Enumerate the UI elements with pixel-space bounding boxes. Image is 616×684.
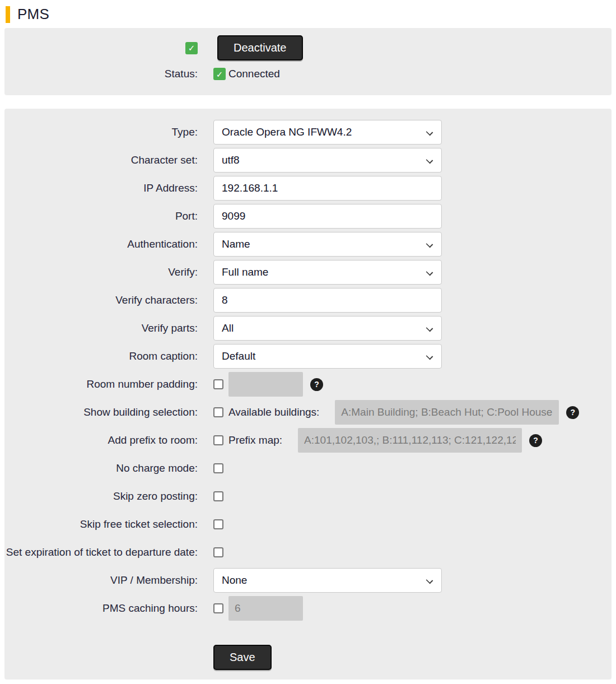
vip-membership-selected-value: None: [222, 574, 247, 587]
chevron-down-icon: [426, 129, 433, 136]
add-prefix-to-room-checkbox[interactable]: [213, 435, 223, 445]
ip-input[interactable]: [213, 176, 442, 201]
verify-characters-label: Verify characters:: [115, 294, 198, 306]
show-building-selection-label: Show building selection:: [83, 406, 198, 418]
expiration-departure-label: Set expiration of ticket to departure da…: [6, 546, 198, 559]
skip-free-ticket-selection-checkbox[interactable]: [213, 519, 223, 529]
verify-parts-select[interactable]: All: [213, 316, 442, 341]
room-number-padding-checkbox[interactable]: [213, 379, 223, 389]
verify-select[interactable]: Full name: [213, 260, 442, 285]
pms-settings-panel: Type: Oracle Opera NG IFWW4.2 Character …: [4, 109, 612, 680]
deactivate-button[interactable]: Deactivate: [217, 35, 303, 61]
help-icon[interactable]: ?: [310, 378, 323, 391]
no-charge-mode-label: No charge mode:: [116, 462, 198, 474]
room-caption-label: Room caption:: [129, 350, 198, 362]
pms-caching-hours-label: PMS caching hours:: [102, 602, 198, 615]
authentication-select[interactable]: Name: [213, 232, 442, 257]
status-connected-checkbox: ✓: [213, 68, 226, 80]
skip-zero-posting-checkbox[interactable]: [213, 491, 223, 501]
authentication-selected-value: Name: [222, 238, 250, 250]
authentication-label: Authentication:: [127, 238, 198, 250]
page-header: PMS: [6, 6, 612, 23]
verify-parts-selected-value: All: [222, 322, 234, 334]
chevron-down-icon: [426, 241, 433, 248]
page-title: PMS: [17, 6, 49, 23]
status-panel: ✓ Deactivate Status: ✓ Connected: [4, 28, 612, 95]
room-caption-select[interactable]: Default: [213, 344, 442, 369]
save-button[interactable]: Save: [213, 645, 272, 670]
room-caption-selected-value: Default: [222, 350, 255, 362]
prefix-map-label: Prefix map:: [228, 434, 282, 446]
help-icon[interactable]: ?: [566, 406, 579, 419]
charset-label: Character set:: [131, 153, 198, 166]
type-label: Type:: [172, 125, 198, 138]
vip-membership-label: VIP / Membership:: [110, 574, 198, 587]
charset-selected-value: utf8: [222, 154, 240, 166]
chevron-down-icon: [426, 325, 433, 332]
status-label: Status:: [165, 67, 198, 80]
verify-parts-label: Verify parts:: [142, 322, 198, 334]
ip-label: IP Address:: [143, 182, 198, 194]
verify-label: Verify:: [168, 266, 198, 278]
no-charge-mode-checkbox[interactable]: [213, 463, 223, 473]
chevron-down-icon: [426, 157, 433, 164]
expiration-departure-checkbox[interactable]: [213, 547, 223, 557]
port-input[interactable]: [213, 204, 442, 229]
skip-zero-posting-label: Skip zero posting:: [113, 490, 198, 502]
port-label: Port:: [175, 210, 198, 222]
room-number-padding-label: Room number padding:: [86, 378, 198, 390]
accent-bar: [6, 6, 10, 23]
help-icon[interactable]: ?: [529, 434, 542, 447]
chevron-down-icon: [426, 269, 433, 276]
vip-membership-select[interactable]: None: [213, 568, 442, 593]
verify-selected-value: Full name: [222, 266, 268, 278]
charset-select[interactable]: utf8: [213, 148, 442, 173]
type-selected-value: Oracle Opera NG IFWW4.2: [222, 126, 352, 138]
available-buildings-input: [335, 400, 559, 425]
pms-caching-hours-input: [228, 596, 303, 621]
pms-caching-hours-checkbox[interactable]: [213, 603, 223, 613]
available-buildings-label: Available buildings:: [228, 406, 319, 418]
prefix-map-input: [298, 428, 522, 453]
status-value: Connected: [228, 68, 280, 80]
skip-free-ticket-selection-label: Skip free ticket selection:: [80, 518, 198, 531]
pms-enabled-checkbox[interactable]: ✓: [185, 42, 198, 54]
room-number-padding-input: [228, 372, 303, 397]
verify-characters-input[interactable]: [213, 288, 442, 313]
chevron-down-icon: [426, 353, 433, 360]
add-prefix-to-room-label: Add prefix to room:: [108, 434, 198, 446]
show-building-selection-checkbox[interactable]: [213, 407, 223, 417]
type-select[interactable]: Oracle Opera NG IFWW4.2: [213, 120, 442, 145]
chevron-down-icon: [426, 577, 433, 584]
